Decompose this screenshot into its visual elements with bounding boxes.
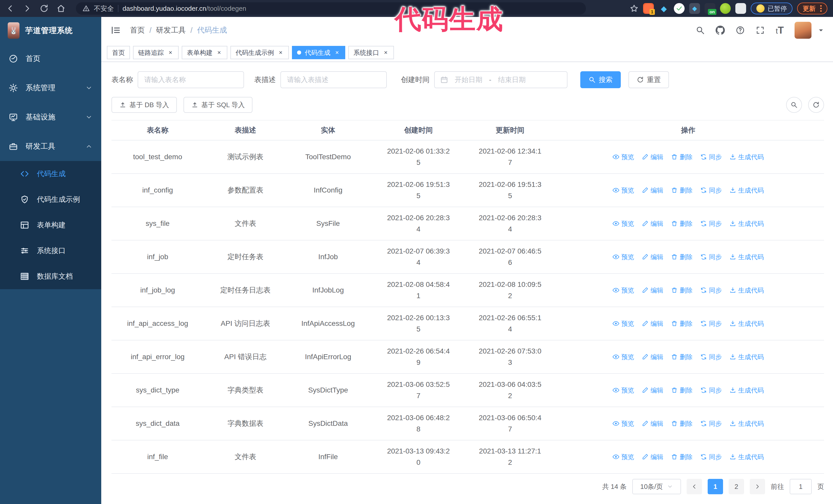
delete-link[interactable]: 删除 [671, 385, 693, 396]
table-row[interactable]: tool_test_demo 测试示例表 ToolTestDemo 2021-0… [112, 140, 824, 173]
edit-link[interactable]: 编辑 [642, 318, 663, 329]
table-desc-input[interactable] [280, 71, 387, 88]
generate-code-link[interactable]: 生成代码 [730, 351, 764, 362]
preview-link[interactable]: 预览 [613, 185, 634, 196]
delete-link[interactable]: 删除 [671, 251, 693, 263]
extension-icon-orange[interactable]: 1 [643, 3, 654, 14]
profile-paused-badge[interactable]: 已暂停 [751, 3, 792, 14]
edit-link[interactable]: 编辑 [642, 185, 663, 196]
sidebar-item-system[interactable]: 系统管理 [0, 73, 101, 102]
extension-icon-gem[interactable]: ◆ [659, 3, 669, 14]
edit-link[interactable]: 编辑 [642, 451, 663, 462]
font-size-icon[interactable]: tT [776, 25, 784, 36]
sync-link[interactable]: 同步 [700, 218, 722, 229]
edit-link[interactable]: 编辑 [642, 351, 663, 362]
generate-code-link[interactable]: 生成代码 [730, 251, 764, 263]
breadcrumb-home[interactable]: 首页 [130, 25, 145, 35]
address-bar[interactable]: 不安全 dashboard.yudao.iocoder.cn/tool/code… [76, 2, 586, 15]
sync-link[interactable]: 同步 [700, 285, 722, 296]
search-button[interactable]: 搜索 [580, 71, 621, 88]
preview-link[interactable]: 预览 [613, 218, 634, 229]
generate-code-link[interactable]: 生成代码 [730, 318, 764, 329]
extension-icon-android[interactable] [720, 3, 731, 14]
edit-link[interactable]: 编辑 [642, 285, 663, 296]
sidebar-item-codegen-demo[interactable]: 代码生成示例 [0, 187, 101, 212]
table-row[interactable]: inf_api_access_log API 访问日志表 InfApiAcces… [112, 307, 824, 340]
generate-code-link[interactable]: 生成代码 [730, 451, 764, 462]
edit-link[interactable]: 编辑 [642, 385, 663, 396]
generate-code-link[interactable]: 生成代码 [730, 385, 764, 396]
edit-link[interactable]: 编辑 [642, 418, 663, 429]
home-icon[interactable] [56, 4, 66, 13]
generate-code-link[interactable]: 生成代码 [730, 285, 764, 296]
generate-code-link[interactable]: 生成代码 [730, 151, 764, 163]
table-row[interactable]: inf_config 参数配置表 InfConfig 2021-02-06 19… [112, 173, 824, 207]
table-row[interactable]: sys_dict_data 字典数据表 SysDictData 2021-03-… [112, 407, 824, 440]
sidebar-fold-icon[interactable] [110, 25, 121, 35]
security-label[interactable]: 不安全 [94, 4, 114, 13]
sidebar-item-devtools[interactable]: 研发工具 [0, 132, 101, 161]
close-icon[interactable] [216, 49, 222, 56]
date-range-picker[interactable]: 开始日期 - 结束日期 [434, 71, 568, 88]
sync-link[interactable]: 同步 [700, 385, 722, 396]
back-icon[interactable] [6, 4, 15, 13]
extension-icon-grid[interactable]: ◆ [689, 3, 700, 14]
edit-link[interactable]: 编辑 [642, 251, 663, 263]
preview-link[interactable]: 预览 [613, 151, 634, 163]
table-row[interactable]: inf_api_error_log API 错误日志 InfApiErrorLo… [112, 340, 824, 374]
end-date-placeholder[interactable]: 结束日期 [498, 75, 526, 85]
page-button-2[interactable]: 2 [729, 479, 744, 494]
table-row[interactable]: inf_file 文件表 InfFile 2021-03-13 09:43:20… [112, 440, 824, 474]
close-icon[interactable] [334, 49, 340, 56]
delete-link[interactable]: 删除 [671, 451, 693, 462]
browser-menu-icon[interactable] [820, 5, 822, 12]
page-button-1[interactable]: 1 [708, 479, 723, 494]
breadcrumb-devtools[interactable]: 研发工具 [156, 25, 186, 35]
extension-icon-check[interactable] [674, 3, 685, 14]
generate-code-link[interactable]: 生成代码 [730, 218, 764, 229]
preview-link[interactable]: 预览 [613, 318, 634, 329]
sidebar-item-form-builder[interactable]: 表单构建 [0, 212, 101, 238]
delete-link[interactable]: 删除 [671, 418, 693, 429]
sync-link[interactable]: 同步 [700, 318, 722, 329]
table-row[interactable]: inf_job 定时任务表 InfJob 2021-02-07 06:39:34… [112, 240, 824, 273]
tab-form-builder[interactable]: 表单构建 [182, 46, 227, 59]
browser-update-button[interactable]: 更新 [797, 3, 827, 14]
preview-link[interactable]: 预览 [613, 451, 634, 462]
tab-system-api[interactable]: 系统接口 [348, 46, 394, 59]
help-icon[interactable] [736, 26, 745, 35]
sidebar-item-system-api[interactable]: 系统接口 [0, 238, 101, 264]
prev-page-button[interactable] [687, 479, 702, 494]
sync-link[interactable]: 同步 [700, 251, 722, 263]
forward-icon[interactable] [23, 4, 32, 13]
sync-link[interactable]: 同步 [700, 418, 722, 429]
sync-link[interactable]: 同步 [700, 151, 722, 163]
delete-link[interactable]: 删除 [671, 185, 693, 196]
generate-code-link[interactable]: 生成代码 [730, 185, 764, 196]
refresh-table-button[interactable] [808, 97, 824, 113]
bookmark-star-icon[interactable] [630, 4, 639, 13]
sidebar-item-home[interactable]: 首页 [0, 44, 101, 73]
import-sql-button[interactable]: 基于 SQL 导入 [184, 97, 253, 113]
table-row[interactable]: inf_job_log 定时任务日志表 InfJobLog 2021-02-08… [112, 273, 824, 307]
reset-button[interactable]: 重置 [628, 71, 669, 88]
tab-home[interactable]: 首页 [107, 46, 130, 59]
preview-link[interactable]: 预览 [613, 418, 634, 429]
table-row[interactable]: sys_file 文件表 SysFile 2021-02-06 20:28:34… [112, 207, 824, 240]
fullscreen-icon[interactable] [756, 26, 765, 35]
close-icon[interactable] [167, 49, 173, 56]
generate-code-link[interactable]: 生成代码 [730, 418, 764, 429]
delete-link[interactable]: 删除 [671, 351, 693, 362]
sync-link[interactable]: 同步 [700, 351, 722, 362]
next-page-button[interactable] [750, 479, 765, 494]
edit-link[interactable]: 编辑 [642, 151, 663, 163]
search-icon[interactable] [696, 26, 705, 35]
extension-icon-on[interactable]: on [705, 3, 715, 14]
close-icon[interactable] [278, 49, 284, 56]
sidebar-item-codegen[interactable]: 代码生成 [0, 161, 101, 187]
avatar[interactable] [794, 22, 811, 39]
delete-link[interactable]: 删除 [671, 285, 693, 296]
tab-codegen[interactable]: 代码生成 [292, 46, 345, 59]
url-host[interactable]: dashboard.yudao.iocoder.cn [122, 5, 206, 12]
preview-link[interactable]: 预览 [613, 385, 634, 396]
